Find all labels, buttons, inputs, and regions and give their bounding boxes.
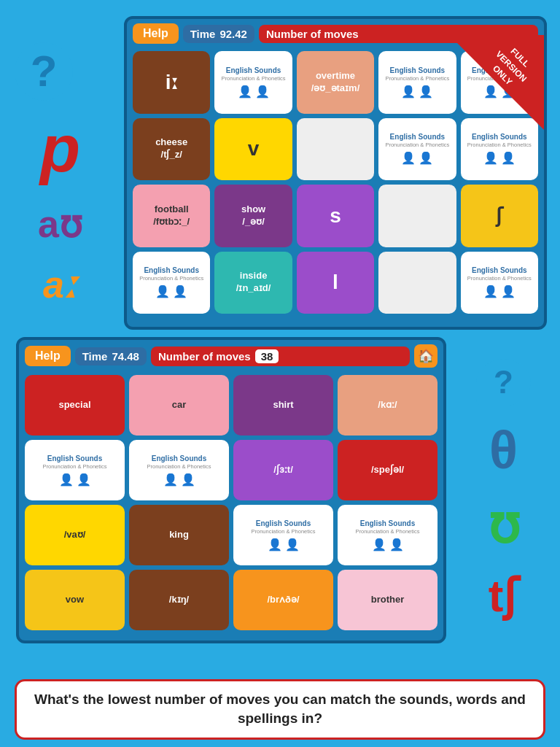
bottom-moves-label: Number of moves: [158, 350, 251, 363]
cell-r1c0-text: cheese/tʃ_z/: [155, 136, 187, 161]
es-title-b1c0: English Sounds: [47, 454, 103, 463]
cell-r0c0-text: iː: [166, 70, 178, 94]
es-subtitle-r0c3: Pronunciation & Phonetics: [385, 75, 449, 82]
cell-r1c0[interactable]: cheese/tʃ_z/: [133, 118, 210, 181]
cell-r2c0[interactable]: football/fʊtbɔː_/: [133, 185, 210, 247]
question-mark-top: ?: [31, 46, 58, 96]
es-fig-red-r0c3: 👤: [401, 85, 416, 98]
cell-r3c2[interactable]: l: [297, 252, 374, 314]
home-button[interactable]: 🏠: [414, 344, 438, 368]
cell-r0c0[interactable]: iː: [133, 51, 210, 114]
cell-b0c3[interactable]: /kɑː/: [338, 375, 438, 436]
es-subtitle-r1c4: Pronunciation & Phonetics: [467, 142, 532, 148]
bottom-time-value: 74.48: [112, 350, 139, 363]
es-title-r3c0: English Sounds: [144, 266, 199, 275]
es-fig-red-r1c3: 👤: [401, 151, 416, 165]
cell-b3c0[interactable]: vow: [25, 570, 125, 630]
cell-r3c2-text: l: [332, 271, 338, 294]
es-title-b1c1: English Sounds: [152, 454, 207, 463]
es-fig-blue-b2c2: 👤: [285, 538, 300, 551]
es-title-r1c4: English Sounds: [472, 133, 527, 142]
bottom-bar-text: What's the lowest number of moves you ca…: [31, 690, 529, 729]
cell-b3c1[interactable]: /kɪŋ/: [129, 570, 229, 630]
cell-r3c1[interactable]: inside/ɪn_aɪd/: [214, 252, 292, 314]
cell-r2c0-text: football/fʊtbɔː_/: [153, 204, 190, 228]
es-title-r0c1: English Sounds: [226, 66, 281, 75]
cell-b0c0[interactable]: special: [25, 375, 125, 436]
es-subtitle-b2c2: Pronunciation & Phonetics: [252, 528, 316, 535]
top-time-box: Time 92.42: [183, 25, 254, 43]
es-fig-red-b1c1: 👤: [163, 473, 178, 487]
question-mark-bottom: ?: [494, 364, 513, 400]
es-fig-blue-b1c0: 👤: [77, 473, 91, 487]
cell-r2c3[interactable]: [378, 185, 456, 247]
deco-letter-p: p: [40, 116, 80, 182]
cell-b2c0[interactable]: /vaʊ/: [25, 505, 125, 565]
bottom-help-button[interactable]: Help: [25, 346, 71, 366]
es-subtitle-r3c4: Pronunciation & Phonetics: [467, 275, 532, 282]
cell-r1c3[interactable]: English Sounds Pronunciation & Phonetics…: [378, 118, 456, 181]
es-subtitle-r3c0: Pronunciation & Phonetics: [139, 275, 203, 282]
bottom-moves-value: 38: [255, 349, 279, 363]
cell-b3c2[interactable]: /brʌðə/: [233, 570, 333, 630]
cell-r0c2-text: overtime/əʊ_ətaɪm/: [311, 70, 360, 95]
es-subtitle-b1c1: Pronunciation & Phonetics: [147, 463, 211, 470]
cell-r2c2[interactable]: s: [297, 185, 374, 247]
top-help-button[interactable]: Help: [133, 23, 179, 44]
question-bubble-bottom: ?: [476, 359, 531, 406]
cell-r0c1[interactable]: English Sounds Pronunciation & Phonetics…: [214, 51, 292, 114]
deco-tesh: tʃ: [489, 569, 519, 622]
cell-b1c3-text: /speʃəl/: [371, 464, 404, 476]
cell-r3c4[interactable]: English Sounds Pronunciation & Phonetics…: [461, 252, 538, 314]
cell-b1c2[interactable]: /ʃɜːt/: [233, 440, 333, 500]
cell-b2c1-text: king: [169, 529, 189, 541]
top-time-label: Time: [190, 28, 216, 40]
es-title-r3c4: English Sounds: [472, 266, 527, 275]
cell-r1c1[interactable]: v: [214, 118, 292, 181]
es-fig-red-b2c2: 👤: [268, 538, 282, 551]
es-fig-blue-r1c4: 👤: [501, 151, 516, 165]
es-title-r0c3: English Sounds: [390, 66, 446, 75]
cell-b3c1-text: /kɪŋ/: [169, 594, 189, 606]
cell-r3c1-text: inside/ɪn_aɪd/: [236, 270, 271, 295]
cell-b1c0[interactable]: English Sounds Pronunciation & Phonetics…: [25, 440, 125, 500]
es-subtitle-b1c0: Pronunciation & Phonetics: [43, 463, 107, 470]
es-fig-red-r1c4: 👤: [483, 151, 498, 165]
es-fig-blue-b2c3: 👤: [389, 538, 404, 551]
bottom-time-label: Time: [82, 350, 108, 363]
cell-b2c3[interactable]: English Sounds Pronunciation & Phonetics…: [338, 505, 438, 565]
cell-b0c3-text: /kɑː/: [378, 399, 397, 411]
es-fig-blue-r1c3: 👤: [419, 151, 433, 165]
bottom-grid: special car shirt /kɑː/ English Sounds P…: [19, 372, 443, 636]
cell-b2c1[interactable]: king: [129, 505, 229, 565]
left-decorations-top: ? p aʊ aː: [0, 16, 120, 330]
es-fig-blue-r3c4: 👤: [501, 285, 516, 298]
cell-b0c2[interactable]: shirt: [233, 375, 333, 436]
cell-r0c2[interactable]: overtime/əʊ_ətaɪm/: [297, 51, 374, 114]
cell-r2c1[interactable]: show/_əʊ/: [214, 185, 292, 247]
es-fig-red-r0c1: 👤: [238, 85, 252, 98]
cell-b1c3[interactable]: /speʃəl/: [338, 440, 438, 500]
cell-b1c1[interactable]: English Sounds Pronunciation & Phonetics…: [129, 440, 229, 500]
es-title-r1c3: English Sounds: [390, 133, 446, 142]
es-fig-blue-b1c1: 👤: [181, 473, 195, 487]
cell-r3c3[interactable]: [378, 252, 456, 314]
cell-b3c0-text: vow: [66, 594, 84, 606]
deco-letter-ai: aː: [43, 266, 77, 303]
cell-b1c2-text: /ʃɜːt/: [273, 464, 293, 476]
bottom-moves-box: Number of moves 38: [151, 347, 410, 366]
es-fig-red-r3c0: 👤: [155, 285, 170, 298]
cell-b0c1[interactable]: car: [129, 375, 229, 436]
es-fig-red-r3c4: 👤: [483, 285, 498, 298]
cell-r1c2[interactable]: [297, 118, 374, 181]
bottom-toolbar: Help Time 74.48 Number of moves 38 🏠: [19, 340, 443, 372]
cell-r0c3[interactable]: English Sounds Pronunciation & Phonetics…: [378, 51, 456, 114]
cell-r3c0[interactable]: English Sounds Pronunciation & Phonetics…: [133, 252, 210, 314]
cell-b2c2[interactable]: English Sounds Pronunciation & Phonetics…: [233, 505, 333, 565]
cell-b3c3[interactable]: brother: [338, 570, 438, 630]
es-title-b2c2: English Sounds: [256, 519, 311, 528]
cell-r2c4-text: ʃ: [496, 204, 502, 228]
es-fig-blue-r3c0: 👤: [173, 285, 187, 298]
es-subtitle-r0c1: Pronunciation & Phonetics: [222, 75, 286, 82]
cell-r2c4[interactable]: ʃ: [461, 185, 538, 247]
